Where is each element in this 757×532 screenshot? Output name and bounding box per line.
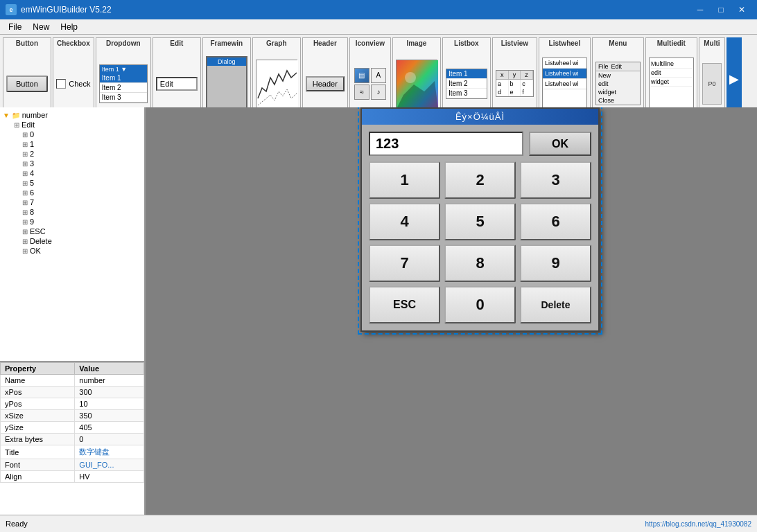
numpad-btn-7[interactable]: 7 xyxy=(369,245,440,282)
tree-item-6[interactable]: ⊞ 6 xyxy=(3,188,141,197)
numpad-display[interactable]: 123 xyxy=(369,132,523,156)
window-controls[interactable]: ─ □ ✕ xyxy=(690,2,751,17)
tree-item-esc[interactable]: ⊞ ESC xyxy=(3,227,141,236)
listbox-item-3[interactable]: Item 3 xyxy=(446,89,487,98)
dropdown-widget[interactable]: Item 1 ▼ Item 1 Item 2 Item 3 xyxy=(99,64,148,103)
tree-item-1[interactable]: ⊞ 1 xyxy=(3,139,141,149)
app-title: emWinGUIBuilder V5.22 xyxy=(21,5,112,15)
tree-item-7[interactable]: ⊞ 7 xyxy=(3,197,141,207)
tree-item-edit[interactable]: ⊞ Edit xyxy=(3,120,141,130)
tree-root-label: number xyxy=(22,111,48,119)
prop-ypos-value[interactable]: 10 xyxy=(75,398,144,410)
tree-label-ok: OK xyxy=(30,247,41,255)
prop-ysize-value[interactable]: 405 xyxy=(75,422,144,434)
close-button[interactable]: ✕ xyxy=(732,2,751,17)
button-widget[interactable]: Button xyxy=(6,76,48,92)
numpad-btn-8[interactable]: 8 xyxy=(444,245,516,282)
numpad-btn-4[interactable]: 4 xyxy=(369,203,440,240)
tree-item-2[interactable]: ⊞ 2 xyxy=(3,149,141,159)
numpad-btn-5[interactable]: 5 xyxy=(444,203,516,240)
numpad-btn-2[interactable]: 2 xyxy=(444,161,516,199)
listview-col-x: x xyxy=(496,71,509,79)
dropdown-item-1[interactable]: Item 1 xyxy=(100,73,147,83)
prop-font-value[interactable]: GUI_FO... xyxy=(75,459,144,471)
prop-xsize-value[interactable]: 350 xyxy=(75,410,144,422)
menu-sub-close[interactable]: Close xyxy=(596,96,640,105)
listbox-item-2[interactable]: Item 2 xyxy=(446,79,487,89)
icon-item-4[interactable]: ♪ xyxy=(371,85,386,100)
tree-item-0[interactable]: ⊞ 0 xyxy=(3,130,141,139)
listwheel-widget[interactable]: Listwheel wi Listwheel wi Listwheel wi xyxy=(542,57,587,109)
prop-extrabytes-value[interactable]: 0 xyxy=(75,434,144,445)
tree-label-7: 7 xyxy=(30,198,34,206)
listview-r2c2: e xyxy=(509,88,521,96)
prop-align-value[interactable]: HV xyxy=(75,471,144,483)
tree-root[interactable]: ▼ 📁 number xyxy=(3,110,141,120)
prop-xpos-value[interactable]: 300 xyxy=(75,387,144,398)
dropdown-section-label: Dropdown xyxy=(106,39,140,47)
graph-widget[interactable] xyxy=(256,60,297,108)
menu-help[interactable]: Help xyxy=(55,21,83,33)
tree-item-4[interactable]: ⊞ 4 xyxy=(3,168,141,178)
dropdown-item-3[interactable]: Item 3 xyxy=(100,93,147,103)
menu-widget[interactable]: File Edit New edit widget Close xyxy=(595,62,641,105)
header-widget[interactable]: Header xyxy=(306,76,345,91)
image-widget[interactable] xyxy=(396,60,437,108)
edit-widget[interactable]: Edit xyxy=(156,77,198,91)
prop-name-value[interactable]: number xyxy=(75,375,144,387)
tree-label-2: 2 xyxy=(30,150,34,158)
listview-widget[interactable]: x y z a b c d e f xyxy=(496,70,534,97)
listbox-section-label: Listbox xyxy=(454,39,479,47)
menu-sub-edit[interactable]: edit xyxy=(596,80,640,88)
dropdown-header[interactable]: Item 1 ▼ xyxy=(100,65,147,73)
multiedit-line-2: edit xyxy=(651,69,692,78)
props-header-property: Property xyxy=(1,363,75,375)
multi-widget[interactable]: P0 xyxy=(702,63,722,105)
menu-sub-new[interactable]: New xyxy=(596,71,640,80)
menu-file-item[interactable]: File xyxy=(598,63,609,70)
icon-item-2[interactable]: A xyxy=(371,68,386,83)
numpad-btn-0[interactable]: 0 xyxy=(444,286,516,323)
framewin-widget[interactable]: Dialog xyxy=(206,56,247,112)
listbox-widget[interactable]: Item 1 Item 2 Item 3 xyxy=(446,69,487,99)
menu-file[interactable]: File xyxy=(3,21,27,33)
prop-title-label: Title xyxy=(1,445,75,459)
checkbox-box[interactable] xyxy=(56,79,66,89)
listbox-item-1[interactable]: Item 1 xyxy=(446,69,487,79)
tree-item-9[interactable]: ⊞ 9 xyxy=(3,217,141,227)
listwheel-item-2[interactable]: Listwheel wi xyxy=(543,69,586,79)
prop-row-align: Align HV xyxy=(1,471,144,483)
listwheel-item-3[interactable]: Listwheel wi xyxy=(543,79,586,89)
listview-r1c3: c xyxy=(521,80,533,88)
menu-sub-widget[interactable]: widget xyxy=(596,88,640,96)
checkbox-widget[interactable]: Check xyxy=(56,79,90,89)
multiedit-widget[interactable]: Multiline edit widget xyxy=(649,57,694,109)
icon-item-3[interactable]: ≈ xyxy=(354,85,369,100)
numpad-btn-3[interactable]: 3 xyxy=(520,161,591,199)
menu-new[interactable]: New xyxy=(27,21,55,33)
numpad-btn-6[interactable]: 6 xyxy=(520,203,591,240)
tree-item-8[interactable]: ⊞ 8 xyxy=(3,207,141,217)
tree-item-3[interactable]: ⊞ 3 xyxy=(3,159,141,168)
numpad-btn-delete[interactable]: Delete xyxy=(520,286,591,323)
tree-item-5[interactable]: ⊞ 5 xyxy=(3,178,141,188)
listwheel-item-1[interactable]: Listwheel wi xyxy=(543,58,586,69)
prop-title-value[interactable]: 数字键盘 xyxy=(75,445,144,459)
tree-item-delete[interactable]: ⊞ Delete xyxy=(3,236,141,246)
dropdown-item-2[interactable]: Item 2 xyxy=(100,83,147,93)
numpad-ok-button[interactable]: OK xyxy=(529,132,591,156)
props-table: Property Value Name number xPos 300 yPos… xyxy=(0,362,144,483)
prop-row-font: Font GUI_FO... xyxy=(1,459,144,471)
icon-item-1[interactable]: ▤ xyxy=(354,68,369,83)
numpad-btn-1[interactable]: 1 xyxy=(369,161,440,199)
minimize-button[interactable]: ─ xyxy=(690,2,710,17)
numpad-btn-9[interactable]: 9 xyxy=(520,245,591,282)
tree-item-ok[interactable]: ⊞ OK xyxy=(3,246,141,256)
tree-label-0: 0 xyxy=(30,130,34,139)
menu-edit-item[interactable]: Edit xyxy=(611,63,622,70)
iconview-widget[interactable]: ▤ A ≈ ♪ xyxy=(354,68,386,100)
numpad-btn-esc[interactable]: ESC xyxy=(369,286,440,323)
prop-align-label: Align xyxy=(1,471,75,483)
numpad-dialog[interactable]: Êý×Ö¼üÅÌ 123 OK 1 2 3 4 5 6 7 8 9 ESC 0 … xyxy=(360,107,600,332)
maximize-button[interactable]: □ xyxy=(711,2,731,17)
